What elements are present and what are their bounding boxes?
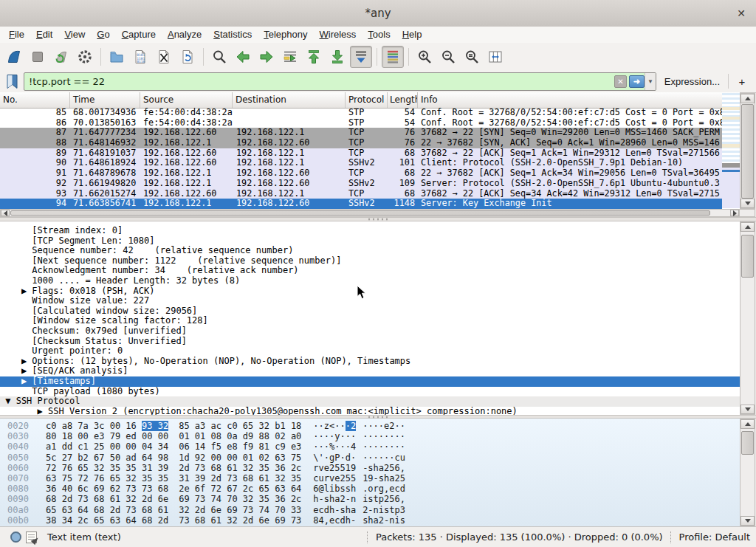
details-vscrollbar[interactable] — [740, 221, 755, 415]
packet-row[interactable]: 89 71.648191037 192.168.122.60 192.168.1… — [0, 148, 722, 159]
expression-button[interactable]: Expression... — [662, 76, 723, 87]
hex-row[interactable]: 0030 80 18 00 e3 79 ed 00 00 01 01 08 0a… — [0, 431, 740, 441]
packet-minimap[interactable] — [722, 93, 740, 208]
detail-tree-item[interactable]: TCP payload (1080 bytes) — [0, 387, 740, 397]
title-bar[interactable]: *any ✕ — [0, 0, 756, 27]
detail-tree-item[interactable]: ▶ Options: (12 bytes), No-Operation (NOP… — [0, 357, 740, 367]
close-icon[interactable]: ✕ — [734, 6, 749, 21]
open-file-button[interactable] — [106, 46, 128, 68]
menu-item[interactable]: Statistics — [207, 27, 258, 43]
packet-list-vscrollbar[interactable] — [740, 93, 755, 209]
packet-row[interactable]: 90 71.648618924 192.168.122.60 192.168.1… — [0, 158, 722, 168]
column-header-protocol[interactable]: Protocol — [346, 92, 388, 108]
menu-item[interactable]: Telephony — [258, 27, 313, 43]
go-to-top-button[interactable] — [303, 46, 325, 68]
menu-item[interactable]: File — [3, 27, 30, 43]
hex-row[interactable]: 0080 36 40 6c 69 62 73 73 68 2e 6f 72 67… — [0, 484, 740, 494]
menu-item[interactable]: Edit — [30, 27, 58, 43]
go-forward-button[interactable] — [255, 46, 278, 68]
column-header-no[interactable]: No. — [0, 92, 70, 108]
detail-tree-item[interactable]: ▶ Flags: 0x018 (PSH, ACK) — [0, 286, 740, 297]
menu-item[interactable]: View — [58, 27, 91, 43]
go-back-button[interactable] — [232, 46, 254, 68]
colorize-button[interactable] — [382, 46, 404, 68]
detail-tree-item[interactable]: Sequence number: 42 (relative sequence n… — [0, 246, 740, 256]
hex-row[interactable]: 0040 a1 dd c1 25 00 00 04 34 06 14 f5 e8… — [0, 441, 740, 452]
zoom-original-button[interactable] — [461, 46, 483, 68]
menu-item[interactable]: Analyze — [162, 27, 207, 43]
packet-list-hscrollbar[interactable] — [0, 209, 740, 217]
packet-row[interactable]: 87 71.647777234 192.168.122.60 192.168.1… — [0, 128, 722, 138]
packet-row[interactable]: 93 71.662015274 192.168.122.60 192.168.1… — [0, 189, 722, 199]
filter-apply-button[interactable]: ➜ — [629, 75, 645, 88]
detail-tree-item[interactable]: [Calculated window size: 29056] — [0, 306, 740, 317]
detail-tree-item[interactable]: Checksum: 0x79ed [unverified] — [0, 326, 740, 337]
detail-tree-item[interactable]: [Checksum Status: Unverified] — [0, 337, 740, 347]
profile-text[interactable]: Profile: Default — [679, 531, 750, 543]
menu-item[interactable]: Help — [396, 27, 428, 43]
column-header-destination[interactable]: Destination — [233, 92, 346, 108]
reload-file-button[interactable] — [176, 46, 199, 68]
hex-vscrollbar[interactable] — [740, 419, 755, 526]
filter-clear-button[interactable]: ✕ — [614, 75, 627, 88]
start-capture-button[interactable] — [3, 46, 25, 68]
hex-row[interactable]: 0050 5c 27 b2 67 50 ad 64 98 1d 92 00 00… — [0, 453, 740, 463]
find-packet-button[interactable] — [208, 46, 230, 68]
go-to-bottom-button[interactable] — [326, 46, 348, 68]
detail-tree-item[interactable]: [Window size scaling factor: 128] — [0, 316, 740, 326]
scroll-up-icon[interactable] — [740, 419, 755, 429]
packet-row[interactable]: 92 71.661949820 192.168.122.1 192.168.12… — [0, 179, 722, 189]
filter-dropdown-icon[interactable]: ▼ — [645, 73, 656, 90]
scroll-thumb[interactable] — [741, 104, 754, 199]
scroll-up-icon[interactable] — [740, 94, 755, 103]
detail-tree-item[interactable]: [Stream index: 0] — [0, 226, 740, 236]
detail-tree-item[interactable]: [TCP Segment Len: 1080] — [0, 236, 740, 247]
menu-item[interactable]: Capture — [116, 27, 162, 43]
detail-tree-item[interactable]: 1000 .... = Header Length: 32 bytes (8) — [0, 276, 740, 286]
scroll-thumb[interactable] — [741, 235, 754, 278]
display-filter-input[interactable] — [24, 73, 614, 90]
capture-comment-icon[interactable] — [26, 531, 37, 543]
menu-item[interactable]: Tools — [362, 27, 396, 43]
column-header-time[interactable]: Time — [70, 92, 140, 108]
detail-tree-item[interactable]: ▼ SSH Protocol — [0, 396, 740, 407]
zoom-out-button[interactable] — [437, 46, 459, 68]
close-file-button[interactable] — [153, 46, 175, 68]
detail-tree-item[interactable]: ▶ [Timestamps] — [0, 376, 740, 387]
scroll-thumb[interactable] — [10, 210, 710, 216]
resize-columns-button[interactable] — [484, 46, 506, 68]
go-to-packet-button[interactable] — [279, 46, 301, 68]
scroll-thumb[interactable] — [741, 431, 754, 455]
add-filter-button[interactable]: + — [734, 75, 750, 89]
scroll-right-icon[interactable] — [730, 210, 739, 216]
expert-info-icon[interactable] — [10, 531, 21, 543]
scroll-up-icon[interactable] — [740, 222, 755, 232]
packet-row[interactable]: 94 71.663856741 192.168.122.1 192.168.12… — [0, 199, 722, 209]
scroll-left-icon[interactable] — [1, 210, 10, 216]
hex-row[interactable]: 00a0 65 63 64 68 2d 73 68 61 32 2d 6e 69… — [0, 505, 740, 515]
hex-row[interactable]: 0070 63 75 72 76 65 32 35 35 31 39 2d 73… — [0, 473, 740, 484]
column-header-length[interactable]: Length — [388, 92, 418, 108]
detail-tree-item[interactable]: Urgent pointer: 0 — [0, 346, 740, 357]
menu-item[interactable]: Wireless — [314, 27, 362, 43]
zoom-in-button[interactable] — [413, 46, 436, 68]
hex-row[interactable]: 0090 68 2d 73 68 61 32 2d 6e 69 73 74 70… — [0, 494, 740, 504]
detail-tree-item[interactable]: [Next sequence number: 1122 (relative se… — [0, 256, 740, 266]
hex-row[interactable]: 00b0 38 34 2c 65 63 64 68 2d 73 68 61 32… — [0, 515, 740, 526]
auto-scroll-button[interactable] — [350, 46, 372, 68]
save-file-button[interactable]: 010111010110 — [129, 46, 151, 68]
hex-row[interactable]: 0060 72 76 65 32 35 35 31 39 2d 73 68 61… — [0, 463, 740, 473]
packet-row[interactable]: 91 71.648789678 192.168.122.1 192.168.12… — [0, 168, 722, 179]
menu-item[interactable]: Go — [91, 27, 115, 43]
bookmark-icon[interactable] — [6, 74, 18, 89]
column-header-source[interactable]: Source — [140, 92, 233, 108]
packet-row[interactable]: 86 70.013850163 fe:54:00:d4:38:2a STP 54… — [0, 118, 722, 128]
restart-capture-button[interactable] — [50, 46, 72, 68]
hex-row[interactable]: 0020 c0 a8 7a 3c 00 16 93 32 85 a3 ac c0… — [0, 421, 740, 431]
detail-tree-item[interactable]: Window size value: 227 — [0, 296, 740, 306]
detail-tree-item[interactable]: Acknowledgment number: 34 (relative ack … — [0, 266, 740, 276]
scroll-down-icon[interactable] — [740, 199, 755, 208]
column-header-info[interactable]: Info — [418, 92, 740, 108]
capture-options-button[interactable] — [74, 46, 96, 68]
scroll-down-icon[interactable] — [740, 405, 755, 414]
